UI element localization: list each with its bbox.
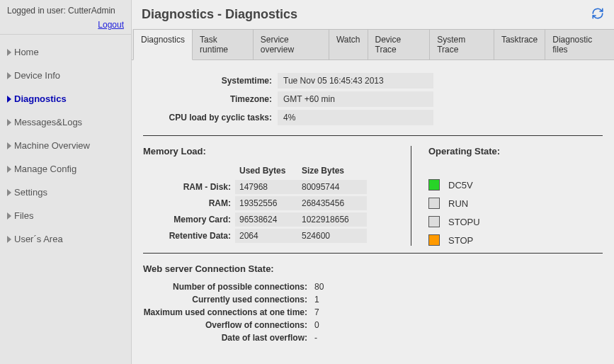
- nav-item-messages-logs[interactable]: Messages&Logs: [0, 110, 131, 134]
- refresh-icon[interactable]: [591, 7, 604, 22]
- nav-item-label: User´s Area: [14, 234, 63, 244]
- nav-item-home[interactable]: Home: [0, 40, 131, 64]
- tab-content: Systemtime: Tue Nov 05 16:45:43 2013 Tim…: [132, 60, 614, 351]
- operating-state-label: RUN: [448, 198, 468, 209]
- cpuload-value: 4%: [278, 110, 433, 125]
- nav-item-label: Settings: [14, 187, 47, 198]
- chevron-right-icon: [7, 49, 11, 56]
- operating-state-item: RUN: [428, 198, 603, 209]
- memory-row-size: 524600: [297, 229, 367, 243]
- sidebar: Logged in user: CutterAdmin Logout Home …: [0, 0, 132, 364]
- cpuload-label: CPU load by cyclic tasks:: [143, 110, 278, 125]
- webserver-row-value: 7: [312, 307, 340, 318]
- memory-row-used: 147968: [235, 180, 297, 194]
- webserver-grid: Number of possible connections: 80 Curre…: [143, 281, 603, 343]
- webserver-row-value: 80: [312, 281, 340, 292]
- logged-in-text: Logged in user: CutterAdmin: [7, 6, 124, 16]
- tab-bar: Diagnostics Task runtime Service overvie…: [132, 29, 614, 60]
- timezone-label: Timezone:: [143, 91, 278, 107]
- nav-item-label: Device Info: [14, 70, 60, 81]
- nav-item-settings[interactable]: Settings: [0, 181, 131, 204]
- timezone-value: GMT +60 min: [278, 91, 433, 107]
- status-box-icon: [428, 198, 440, 209]
- nav-item-manage-config[interactable]: Manage Config: [0, 157, 131, 181]
- memory-row-used: 19352556: [235, 196, 297, 210]
- chevron-right-icon: [7, 72, 11, 79]
- tab-diagnostics[interactable]: Diagnostics: [133, 29, 193, 60]
- logout-link[interactable]: Logout: [98, 20, 124, 30]
- webserver-row-label: Number of possible connections:: [143, 281, 312, 292]
- operating-state-label: STOPU: [448, 217, 480, 227]
- divider: [143, 135, 603, 136]
- logged-in-username: CutterAdmin: [68, 6, 115, 16]
- memory-col-used: Used Bytes: [235, 164, 297, 178]
- page-header: Diagnostics - Diagnostics: [132, 0, 614, 29]
- webserver-row-label: Date of last overflow:: [143, 332, 312, 343]
- webserver-row-label: Currently used connections:: [143, 294, 312, 305]
- nav-item-machine-overview[interactable]: Machine Overview: [0, 134, 131, 157]
- tab-service-overview[interactable]: Service overview: [253, 29, 329, 59]
- page-title: Diagnostics - Diagnostics: [142, 7, 297, 22]
- status-box-icon: [428, 179, 440, 190]
- nav-item-diagnostics[interactable]: Diagnostics: [0, 87, 131, 110]
- memory-row-label: RAM:: [143, 196, 235, 210]
- webserver-row-label: Overflow of connections:: [143, 319, 312, 331]
- main-area: Diagnostics - Diagnostics Diagnostics Ta…: [132, 0, 614, 364]
- chevron-right-icon: [7, 236, 11, 243]
- webserver-row-value: 0: [312, 319, 340, 331]
- tab-system-trace[interactable]: System Trace: [429, 29, 494, 59]
- memory-row-size: 1022918656: [297, 212, 367, 227]
- chevron-right-icon: [7, 166, 11, 173]
- operating-state-label: DC5V: [448, 180, 473, 190]
- nav-item-label: Messages&Logs: [14, 117, 82, 127]
- nav-item-label: Files: [14, 210, 33, 221]
- chevron-right-icon: [7, 142, 11, 149]
- memory-load-section: Memory Load: Used Bytes Size Bytes RAM -…: [143, 146, 405, 246]
- nav: Home Device Info Diagnostics Messages&Lo…: [0, 35, 131, 251]
- tab-diagnostic-files[interactable]: Diagnostic files: [545, 29, 614, 59]
- memory-load-title: Memory Load:: [143, 146, 405, 157]
- memory-table: Used Bytes Size Bytes RAM - Disk: 147968…: [143, 164, 405, 243]
- memory-row-size: 80095744: [297, 180, 367, 194]
- nav-item-label: Manage Config: [14, 164, 76, 174]
- memory-row-label: RAM - Disk:: [143, 180, 235, 194]
- nav-item-users-area[interactable]: User´s Area: [0, 227, 131, 251]
- chevron-right-icon: [7, 119, 11, 126]
- webserver-title: Web server Connection State:: [143, 263, 603, 274]
- webserver-section: Web server Connection State: Number of p…: [143, 263, 603, 343]
- nav-item-device-info[interactable]: Device Info: [0, 64, 131, 87]
- nav-item-label: Diagnostics: [14, 93, 67, 104]
- operating-state-item: STOPU: [428, 216, 603, 227]
- operating-state-item: STOP: [428, 234, 603, 246]
- nav-item-files[interactable]: Files: [0, 204, 131, 227]
- tab-tasktrace[interactable]: Tasktrace: [494, 29, 545, 59]
- divider: [143, 253, 603, 254]
- memory-row-used: 2064: [235, 229, 297, 243]
- webserver-row-value: 1: [312, 294, 340, 305]
- systemtime-value: Tue Nov 05 16:45:43 2013: [278, 73, 433, 89]
- user-panel: Logged in user: CutterAdmin Logout: [0, 0, 131, 35]
- operating-state-item: DC5V: [428, 179, 603, 190]
- tab-device-trace[interactable]: Device Trace: [368, 29, 431, 59]
- chevron-right-icon: [7, 96, 11, 103]
- nav-item-label: Machine Overview: [14, 140, 90, 151]
- system-info: Systemtime: Tue Nov 05 16:45:43 2013 Tim…: [143, 73, 603, 125]
- memory-col-size: Size Bytes: [297, 164, 367, 178]
- memory-row-size: 268435456: [297, 196, 367, 210]
- chevron-right-icon: [7, 212, 11, 220]
- logged-in-prefix: Logged in user:: [7, 6, 68, 16]
- memory-row-label: Memory Card:: [143, 212, 235, 227]
- tab-task-runtime[interactable]: Task runtime: [192, 29, 254, 59]
- tab-watch[interactable]: Watch: [329, 29, 368, 59]
- operating-state-title: Operating State:: [428, 146, 603, 157]
- systemtime-label: Systemtime:: [143, 73, 278, 89]
- status-box-icon: [428, 216, 440, 227]
- chevron-right-icon: [7, 189, 11, 196]
- vertical-divider: [411, 146, 411, 246]
- memory-row-label: Retentive Data:: [143, 229, 235, 243]
- operating-state-label: STOP: [448, 235, 473, 246]
- webserver-row-label: Maximum used connections at one time:: [143, 307, 312, 318]
- nav-item-label: Home: [14, 47, 39, 57]
- memory-row-used: 96538624: [235, 212, 297, 227]
- operating-state-list: DC5V RUN STOPU STOP: [428, 179, 603, 246]
